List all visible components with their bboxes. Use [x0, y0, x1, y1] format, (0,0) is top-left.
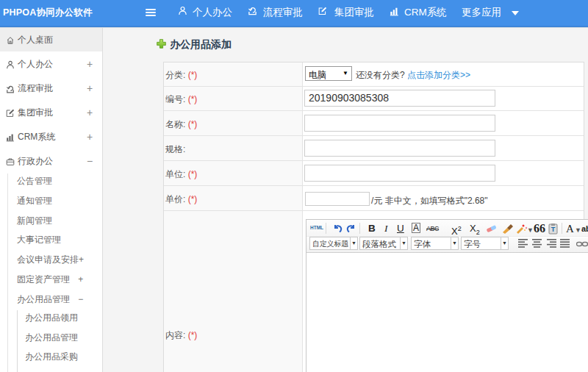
svg-text:T: T — [551, 226, 556, 233]
